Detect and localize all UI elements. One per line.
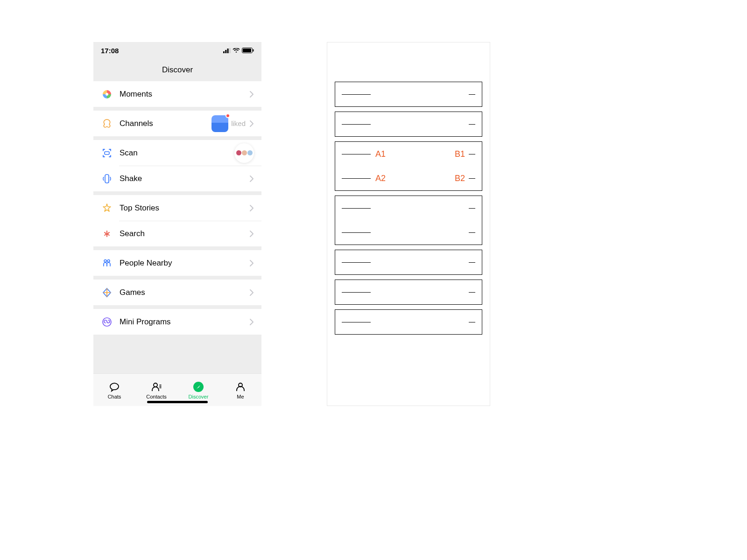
me-tab-icon [234,381,247,393]
cell-label: Shake [120,174,246,183]
cell-label: Scan [120,148,234,158]
chevron-right-icon [249,175,254,182]
cell-label: Moments [120,90,246,99]
svg-line-11 [108,232,110,234]
cell-label: Search [120,229,246,238]
svg-rect-1 [225,50,226,53]
chevron-right-icon [249,289,254,296]
list-group: Scan Shake [93,140,261,191]
wire-label-line [342,178,371,179]
wire-chevron-line [469,262,475,263]
wire-group [335,280,482,305]
discover-tab-icon [192,381,204,393]
status-time: 17:08 [101,47,119,55]
tab-chats[interactable]: Chats [93,374,135,406]
channels-icon [101,118,113,130]
mini-programs-icon [101,316,113,328]
tab-me[interactable]: Me [219,374,261,406]
people-nearby-icon [101,257,113,269]
cell-label: Mini Programs [120,317,246,327]
list-filler [93,338,261,371]
list-group: People Nearby [93,250,261,276]
tab-label: Discover [189,394,209,399]
wire-row [335,250,482,274]
chevron-right-icon [249,230,254,238]
cell-scan[interactable]: Scan [93,140,261,166]
wire-annotation-a: A2 [375,174,386,183]
svg-rect-9 [105,175,109,183]
wire-chevron-line [469,178,475,179]
wire-label-line [342,154,371,154]
shake-icon [101,173,113,185]
svg-line-15 [105,232,106,234]
cell-label: Games [120,288,246,297]
svg-rect-0 [223,51,225,53]
scan-icon [101,147,113,159]
wire-row [335,112,482,136]
svg-point-7 [106,93,108,96]
wire-label-line [342,94,371,95]
list-group: Channels liked [93,111,261,136]
wire-annotation-b: B2 [455,174,465,183]
wire-chevron-line [469,232,475,233]
status-icons [223,48,254,53]
cell-label: Channels [120,119,211,128]
svg-point-19 [154,383,157,387]
wire-chevron-line [469,322,475,322]
cell-channels[interactable]: Channels liked [93,111,261,136]
wire-label-line [342,208,371,209]
cell-label: Top Stories [120,203,246,213]
cell-label: People Nearby [120,259,246,268]
channels-extra-text: liked [231,119,246,127]
games-icon [101,287,113,299]
wire-row [335,82,482,106]
cell-games[interactable]: Games [93,280,261,305]
discover-list: Moments Channels liked Scan Shake [93,81,261,373]
wire-row [335,220,482,245]
svg-rect-5 [243,49,251,52]
phone-frame: 17:08 [93,42,261,406]
svg-rect-6 [253,49,254,52]
cellular-icon [223,48,231,53]
chats-tab-icon [108,381,120,393]
wire-row: A1 B1 [335,142,482,166]
battery-icon [242,48,254,53]
chevron-right-icon [249,259,254,267]
home-indicator [147,401,208,403]
wire-row [335,310,482,334]
cell-mini-programs[interactable]: Mini Programs [93,309,261,335]
cell-search[interactable]: Search [93,221,261,246]
scan-avatars-bubble [234,143,254,163]
list-group: Top Stories Search [93,195,261,246]
tab-label: Chats [108,394,121,399]
wire-label-line [342,292,371,293]
tab-label: Contacts [146,394,166,399]
wifi-icon [233,48,240,53]
cell-people-nearby[interactable]: People Nearby [93,250,261,276]
wire-chevron-line [469,94,475,95]
list-group: Mini Programs [93,309,261,335]
wire-label-line [342,262,371,263]
cell-topstories[interactable]: Top Stories [93,195,261,221]
list-group: Moments [93,81,261,107]
cell-shake[interactable]: Shake [93,166,261,191]
wire-row [335,196,482,220]
moments-icon [101,88,113,100]
wire-annotation-a: A1 [375,149,386,159]
cell-moments[interactable]: Moments [93,81,261,107]
wire-group [335,309,482,335]
wire-label-line [342,322,371,322]
wire-group [335,196,482,245]
wire-group [335,250,482,275]
tab-label: Me [237,394,244,399]
wire-group [335,112,482,137]
wire-chevron-line [469,154,475,154]
wire-chevron-line [469,208,475,209]
page-title: Discover [93,59,261,81]
notification-dot-icon [226,113,230,118]
svg-line-14 [105,234,106,235]
channels-thumbnail [211,115,228,132]
wire-group [335,82,482,107]
svg-line-12 [107,234,109,235]
wire-group: A1 B1 A2 B2 [335,141,482,191]
